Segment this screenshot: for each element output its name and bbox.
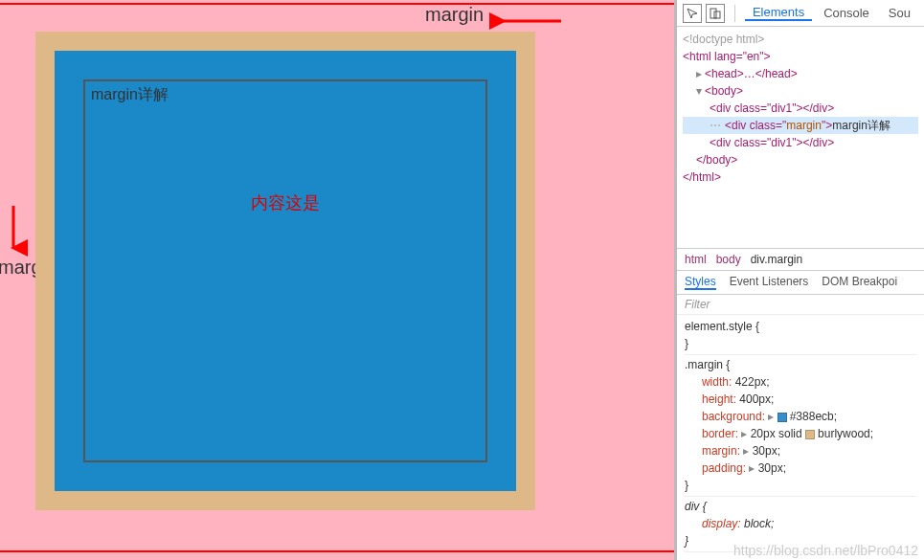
dom-node[interactable]: <!doctype html>: [683, 31, 918, 48]
tab-dom-breakpoints[interactable]: DOM Breakpoi: [822, 275, 897, 290]
devtools-panel: Elements Console Sou <!doctype html> <ht…: [674, 0, 924, 560]
tab-elements[interactable]: Elements: [745, 5, 812, 21]
separator: [734, 5, 735, 22]
arrow-icon: [6, 206, 21, 221]
dom-node-selected[interactable]: ⋯<div class="margin">margin详解: [683, 117, 918, 134]
crumb-html[interactable]: html: [685, 253, 707, 266]
dom-node[interactable]: </body>: [683, 151, 918, 168]
guide-line-top: [0, 3, 674, 5]
dom-node[interactable]: ▾<body>: [683, 82, 918, 100]
dom-node[interactable]: ▸<head>…</head>: [683, 65, 918, 82]
breadcrumb[interactable]: html body div.margin: [677, 248, 924, 271]
css-prop[interactable]: display: block;: [685, 515, 916, 532]
rule-selector[interactable]: element.style {: [685, 320, 759, 333]
box-model-demo-element: margin详解 内容这是: [35, 32, 535, 510]
dom-node[interactable]: <div class="div1"></div>: [683, 100, 918, 117]
css-prop[interactable]: background: ▸ #388ecb;: [685, 408, 916, 425]
css-prop[interactable]: padding: ▸ 30px;: [685, 459, 916, 477]
css-prop[interactable]: width: 422px;: [685, 373, 916, 391]
css-prop[interactable]: height: 400px;: [685, 391, 916, 408]
svg-rect-5: [714, 11, 720, 18]
dom-node[interactable]: <html lang="en">: [683, 48, 918, 65]
tab-event-listeners[interactable]: Event Listeners: [730, 275, 809, 290]
content-label: 内容这是: [91, 191, 480, 214]
dom-tree[interactable]: <!doctype html> <html lang="en"> ▸<head>…: [677, 27, 924, 191]
dom-node[interactable]: </html>: [683, 168, 918, 186]
rule-selector[interactable]: div {: [685, 500, 707, 513]
tab-styles[interactable]: Styles: [685, 275, 716, 290]
color-swatch-icon[interactable]: [778, 413, 787, 422]
arrow-icon: [494, 13, 561, 29]
dom-node[interactable]: <div class="div1"></div>: [683, 134, 918, 151]
guide-line-bottom: [0, 550, 674, 552]
crumb-body[interactable]: body: [716, 253, 741, 266]
tab-console[interactable]: Console: [816, 6, 877, 20]
color-swatch-icon[interactable]: [805, 430, 815, 439]
inspect-icon[interactable]: [683, 4, 702, 23]
content-box: margin详解 内容这是: [83, 79, 487, 462]
tab-sources[interactable]: Sou: [881, 6, 918, 20]
device-toggle-icon[interactable]: [706, 4, 725, 23]
rendered-page-preview: margin border padding margin margin详解 内容…: [0, 0, 674, 560]
devtools-toolbar: Elements Console Sou: [677, 0, 924, 27]
annotation-margin-top: margin: [425, 4, 484, 26]
rule-selector[interactable]: .margin {: [685, 358, 730, 371]
svg-rect-4: [710, 9, 716, 18]
styles-tabbar: Styles Event Listeners DOM Breakpoi: [677, 271, 924, 295]
css-prop[interactable]: margin: ▸ 30px;: [685, 442, 916, 459]
css-prop[interactable]: border: ▸ 20px solid burlywood;: [685, 425, 916, 442]
styles-filter-input[interactable]: Filter: [677, 295, 924, 315]
css-rules-pane[interactable]: element.style { } .margin { width: 422px…: [677, 315, 924, 560]
watermark-text: https://blog.csdn.net/lbPro0412: [733, 543, 918, 558]
inner-text: margin详解: [91, 86, 169, 102]
crumb-current[interactable]: div.margin: [751, 253, 802, 266]
